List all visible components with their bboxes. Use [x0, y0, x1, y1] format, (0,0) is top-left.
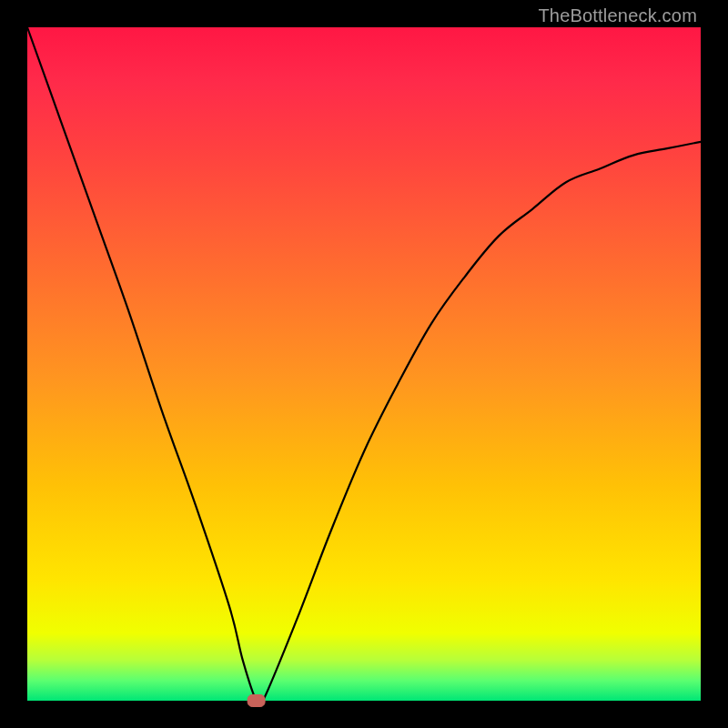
bottleneck-curve — [27, 27, 701, 709]
plot-area — [27, 27, 701, 701]
watermark-text: TheBottleneck.com — [538, 5, 697, 26]
chart-frame: TheBottleneck.com — [0, 0, 728, 728]
minimum-marker — [248, 695, 265, 707]
curve-overlay — [27, 27, 701, 701]
